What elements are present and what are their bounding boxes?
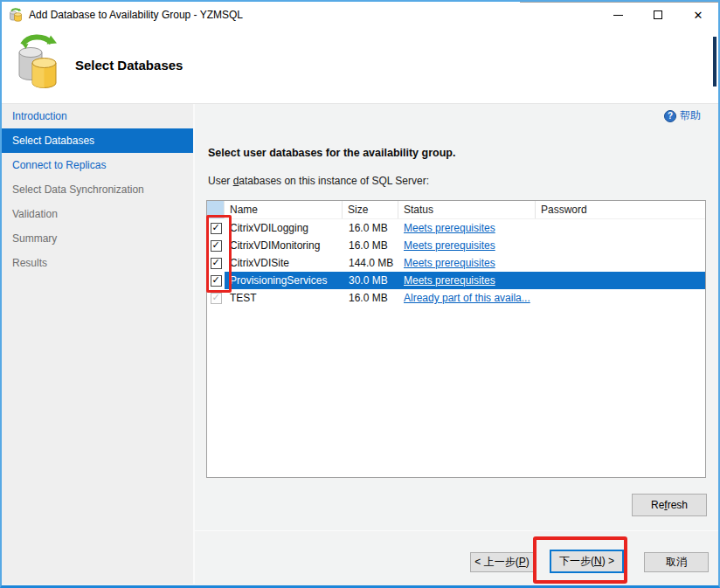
main-panel: ? 帮助 Select user databases for the avail… xyxy=(195,104,718,584)
row-checkbox-disabled: ✓ xyxy=(211,293,222,304)
cell-password xyxy=(536,272,705,289)
cell-name: CitrixVDISite xyxy=(225,254,343,272)
checkmark-icon: ✓ xyxy=(211,293,219,302)
column-header-checkbox xyxy=(207,201,225,218)
row-checkbox[interactable]: ✓ xyxy=(211,223,222,234)
cell-name: CitrixVDILogging xyxy=(225,219,343,237)
column-header-size: Size xyxy=(343,201,398,218)
close-icon: ✕ xyxy=(694,10,703,21)
cell-status: Already part of this availa... xyxy=(398,289,536,307)
cell-password xyxy=(536,254,705,272)
sidebar-item-results: Results xyxy=(2,251,193,275)
status-link[interactable]: Meets prerequisites xyxy=(404,257,495,269)
cell-name: CitrixVDIMonitoring xyxy=(225,237,343,254)
cell-password xyxy=(536,237,705,254)
checkbox-cell: ✓ xyxy=(207,237,225,254)
minimize-icon xyxy=(613,15,623,16)
database-list-label: User databases on this instance of SQL S… xyxy=(208,175,429,187)
window-title: Add Database to Availability Group - YZM… xyxy=(29,9,243,21)
wizard-header: Select Databases xyxy=(2,28,718,104)
sidebar-item-summary: Summary xyxy=(2,226,193,251)
row-checkbox[interactable]: ✓ xyxy=(211,258,222,269)
help-icon: ? xyxy=(664,110,676,122)
maximize-button[interactable] xyxy=(638,2,678,28)
checkmark-icon: ✓ xyxy=(211,258,219,267)
table-header: Name Size Status Password xyxy=(207,201,705,219)
cell-status: Meets prerequisites xyxy=(398,219,536,237)
minimize-button[interactable] xyxy=(598,2,638,28)
wizard-steps-sidebar: Introduction Select Databases Connect to… xyxy=(2,104,195,584)
cell-size: 144.0 MB xyxy=(343,254,398,272)
maximize-icon xyxy=(654,10,662,19)
cancel-button[interactable]: 取消 xyxy=(644,552,709,572)
status-link[interactable]: Meets prerequisites xyxy=(404,222,495,234)
wizard-body: Introduction Select Databases Connect to… xyxy=(2,104,718,584)
cell-name: ProvisioningServices xyxy=(225,272,343,289)
column-header-password: Password xyxy=(536,201,705,218)
refresh-button[interactable]: Refresh xyxy=(632,494,707,516)
cell-password xyxy=(536,289,705,307)
status-link[interactable]: Meets prerequisites xyxy=(404,274,495,287)
top-edge-artifact xyxy=(520,0,720,3)
edge-artifact-bar xyxy=(713,37,717,86)
sidebar-item-connect-to-replicas[interactable]: Connect to Replicas xyxy=(2,153,193,177)
database-window-icon xyxy=(9,8,23,22)
sidebar-item-select-data-sync: Select Data Synchronization xyxy=(2,177,193,202)
row-checkbox[interactable]: ✓ xyxy=(211,240,222,252)
column-header-name: Name xyxy=(225,201,343,218)
status-link[interactable]: Already part of this availa... xyxy=(404,292,530,304)
title-bar: Add Database to Availability Group - YZM… xyxy=(2,2,718,28)
checkmark-icon: ✓ xyxy=(211,223,219,232)
cell-status: Meets prerequisites xyxy=(398,254,536,272)
checkmark-icon: ✓ xyxy=(211,275,219,285)
next-button[interactable]: 下一步(N) > xyxy=(550,550,624,573)
databases-sync-icon xyxy=(11,33,62,91)
checkbox-cell: ✓ xyxy=(207,254,225,272)
cell-status: Meets prerequisites xyxy=(398,272,536,289)
column-header-status: Status xyxy=(398,201,536,218)
status-link[interactable]: Meets prerequisites xyxy=(404,239,495,252)
help-link[interactable]: ? 帮助 xyxy=(664,108,701,123)
databases-table: Name Size Status Password ✓ CitrixVDILog… xyxy=(206,200,706,478)
table-row-test[interactable]: ✓ TEST 16.0 MB Already part of this avai… xyxy=(207,289,705,307)
checkbox-cell: ✓ xyxy=(207,272,225,289)
checkbox-cell: ✓ xyxy=(207,219,225,237)
cell-status: Meets prerequisites xyxy=(398,237,536,254)
footer-divider xyxy=(195,530,718,531)
table-row-citrixvdimonitoring[interactable]: ✓ CitrixVDIMonitoring 16.0 MB Meets prer… xyxy=(207,237,705,254)
cell-size: 30.0 MB xyxy=(343,272,398,289)
wizard-window: Add Database to Availability Group - YZM… xyxy=(0,0,720,588)
cell-password xyxy=(536,219,705,237)
window-controls: ✕ xyxy=(598,2,718,28)
sidebar-item-validation: Validation xyxy=(2,202,193,226)
cell-size: 16.0 MB xyxy=(343,219,398,237)
help-label: 帮助 xyxy=(680,108,701,123)
cell-size: 16.0 MB xyxy=(343,237,398,254)
table-row-citrixvdilogging[interactable]: ✓ CitrixVDILogging 16.0 MB Meets prerequ… xyxy=(207,219,705,237)
instruction-text: Select user databases for the availabili… xyxy=(208,147,455,159)
row-checkbox[interactable]: ✓ xyxy=(211,275,222,287)
checkmark-icon: ✓ xyxy=(211,240,219,250)
checkbox-cell: ✓ xyxy=(207,289,225,307)
close-button[interactable]: ✕ xyxy=(678,2,718,28)
table-row-provisioningservices[interactable]: ✓ ProvisioningServices 30.0 MB Meets pre… xyxy=(207,272,705,289)
cell-size: 16.0 MB xyxy=(343,289,398,307)
sidebar-item-select-databases[interactable]: Select Databases xyxy=(2,128,193,153)
back-button[interactable]: < 上一步(P) xyxy=(470,552,534,572)
page-title: Select Databases xyxy=(75,58,183,73)
sidebar-item-introduction[interactable]: Introduction xyxy=(2,104,193,128)
cell-name: TEST xyxy=(225,289,343,307)
table-row-citrixvdisite[interactable]: ✓ CitrixVDISite 144.0 MB Meets prerequis… xyxy=(207,254,705,272)
